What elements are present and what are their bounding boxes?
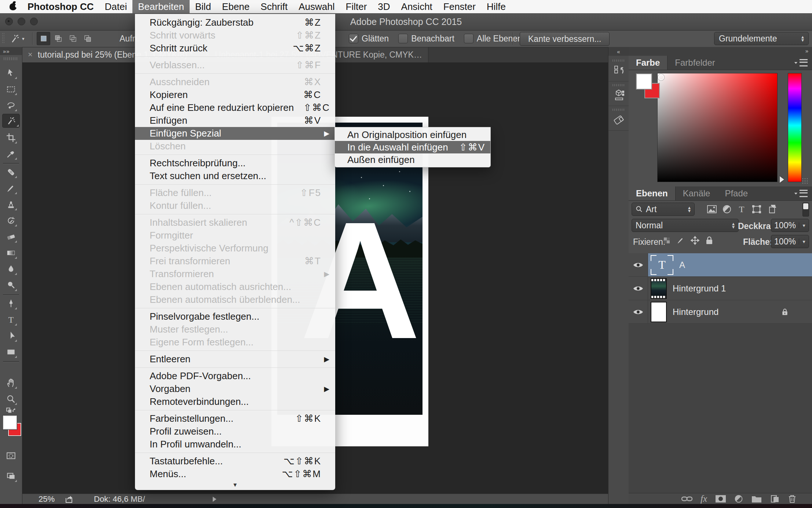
refine-edge-button[interactable]: Kante verbessern... [520, 32, 610, 46]
menu-item[interactable]: Formgitter [135, 229, 335, 242]
add-layer-mask-icon[interactable] [715, 495, 726, 503]
background-layer-thumbnail[interactable] [651, 302, 667, 322]
add-to-selection-mode-button[interactable] [51, 32, 65, 45]
submenu-item[interactable]: Außen einfügen [335, 153, 490, 166]
checkbox-box[interactable] [398, 34, 408, 43]
screen-mode-button[interactable] [4, 469, 18, 483]
swap-colors-icon[interactable] [4, 405, 18, 416]
current-tool-icon[interactable]: ▾ [10, 32, 29, 45]
new-group-icon[interactable] [751, 494, 762, 503]
menu-item[interactable]: Farbeinstellungen... ⇧⌘K [135, 412, 335, 425]
submenu-item[interactable]: An Originalposition einfügen [335, 128, 490, 141]
menubar-item[interactable]: Datei [99, 0, 133, 13]
blend-mode-select[interactable]: Normal ▴▾ [632, 219, 739, 232]
menu-item[interactable]: Fläche füllen... ⇧F5 [135, 186, 335, 199]
menu-item[interactable]: Einfügen ⌘V [135, 114, 335, 127]
menubar-item[interactable]: 3D [372, 0, 395, 13]
layer-row-image[interactable]: Hintergrund 1 [629, 277, 812, 300]
menu-item[interactable]: Remoteverbindungen... [135, 395, 335, 408]
subtract-from-selection-mode-button[interactable] [66, 32, 80, 45]
option-checkbox[interactable]: Benachbart [398, 34, 454, 44]
opacity-value-field[interactable]: 100% ▾ [771, 219, 809, 232]
path-selection-tool[interactable] [4, 329, 18, 343]
color-picker-marker[interactable] [658, 74, 664, 80]
menubar-item[interactable]: Hilfe [481, 0, 511, 13]
device-preview-panel-button[interactable] [608, 106, 629, 131]
clone-stamp-tool[interactable] [4, 197, 18, 211]
rectangular-marquee-tool[interactable] [4, 82, 18, 96]
menu-item[interactable]: Ebenen automatisch ausrichten... [135, 280, 335, 293]
menubar-item[interactable]: Bearbeiten [132, 0, 190, 13]
eyedropper-tool[interactable] [4, 147, 18, 161]
menu-item[interactable]: Pinselvorgabe festlegen... [135, 310, 335, 323]
menu-item[interactable] [135, 184, 335, 185]
menu-item[interactable]: Muster festlegen... [135, 323, 335, 336]
magic-wand-tool[interactable] [2, 114, 20, 128]
menu-item[interactable]: Ebenen automatisch überblenden... [135, 293, 335, 306]
menu-item[interactable] [135, 57, 335, 57]
lock-transparency-icon[interactable] [662, 236, 671, 245]
menubar-item[interactable]: Photoshop CC [22, 0, 99, 13]
apple-logo-icon[interactable] [10, 2, 17, 11]
options-grip[interactable] [2, 33, 4, 44]
history-panel-button[interactable] [608, 57, 629, 81]
brush-tool[interactable] [4, 181, 18, 195]
menu-item[interactable] [135, 308, 335, 308]
layers-panel-menu-icon[interactable] [794, 186, 812, 200]
menu-item[interactable]: Einfügen Spezial ▶ [135, 127, 335, 140]
layer-filter-select[interactable]: Art ▴▾ [632, 203, 695, 216]
tab-farbfelder[interactable]: Farbfelder [667, 56, 722, 70]
menu-item[interactable]: Schritt vorwärts ⇧⌘Z [135, 29, 335, 42]
color-panel-menu-icon[interactable] [794, 56, 812, 70]
layers-empty-area[interactable] [629, 324, 812, 493]
move-tool[interactable] [4, 66, 18, 80]
tab-ebenen[interactable]: Ebenen [629, 186, 676, 200]
panel-collapse-icon[interactable]: » [805, 48, 808, 54]
menu-item[interactable] [135, 155, 335, 155]
menu-item[interactable]: In Profil umwandeln... [135, 438, 335, 451]
menubar-item[interactable]: Schrift [255, 0, 293, 13]
menu-item[interactable] [135, 410, 335, 410]
menu-item[interactable]: Vorgaben ▶ [135, 382, 335, 395]
menu-item[interactable]: Menüs... ⌥⇧⌘M [135, 468, 335, 480]
spot-healing-brush-tool[interactable] [4, 165, 18, 179]
add-adjustment-layer-icon[interactable] [734, 494, 743, 503]
tools-grip[interactable] [4, 57, 18, 60]
fill-dropdown-icon[interactable]: ▾ [799, 239, 809, 244]
new-selection-mode-button[interactable] [37, 32, 50, 45]
layer-visibility-toggle[interactable] [629, 277, 648, 300]
menubar-item[interactable]: Filter [340, 0, 373, 13]
menu-item[interactable]: Verblassen... ⇧⌘F [135, 59, 335, 72]
layer-filter-toggle[interactable] [802, 203, 809, 217]
foreground-background-swatches[interactable] [2, 416, 21, 438]
workspace-select[interactable]: Grundelemente ▴▾ [714, 32, 809, 45]
rectangle-tool[interactable] [4, 345, 18, 359]
panel-resize-grip[interactable] [802, 178, 808, 184]
menu-item[interactable]: Kontur füllen... [135, 199, 335, 212]
menu-item[interactable]: Perspektivische Verformung [135, 242, 335, 255]
menubar-item[interactable]: Ebene [216, 0, 255, 13]
layer-visibility-toggle[interactable] [629, 300, 648, 323]
menubar-item[interactable]: Auswahl [293, 0, 340, 13]
lock-all-icon[interactable] [705, 236, 714, 245]
saturation-brightness-field[interactable] [657, 73, 778, 182]
layer-name[interactable]: Hintergrund 1 [673, 283, 726, 294]
menu-item[interactable]: Ausschneiden ⌘X [135, 76, 335, 88]
intersect-selection-mode-button[interactable] [81, 32, 94, 45]
lock-position-icon[interactable] [690, 236, 700, 245]
type-tool[interactable]: T [4, 313, 18, 327]
menu-item[interactable]: Frei transformieren ⌘T [135, 255, 335, 268]
menu-item[interactable] [135, 367, 335, 368]
menu-item[interactable]: Rechtschreibprüfung... [135, 157, 335, 170]
eraser-tool[interactable] [4, 230, 18, 244]
menu-item[interactable] [135, 453, 335, 453]
layer-name[interactable]: Hintergrund [673, 307, 718, 317]
dodge-tool[interactable] [4, 278, 18, 292]
opacity-dropdown-icon[interactable]: ▾ [799, 222, 809, 228]
share-export-icon[interactable] [65, 495, 74, 504]
filter-type-layers-icon[interactable]: T [736, 204, 747, 214]
menu-item[interactable] [135, 214, 335, 214]
tab-pfade[interactable]: Pfade [717, 186, 755, 200]
menu-item[interactable]: Rückgängig: Zauberstab ⌘Z [135, 16, 335, 29]
layer-row-text[interactable]: T A [629, 253, 812, 277]
